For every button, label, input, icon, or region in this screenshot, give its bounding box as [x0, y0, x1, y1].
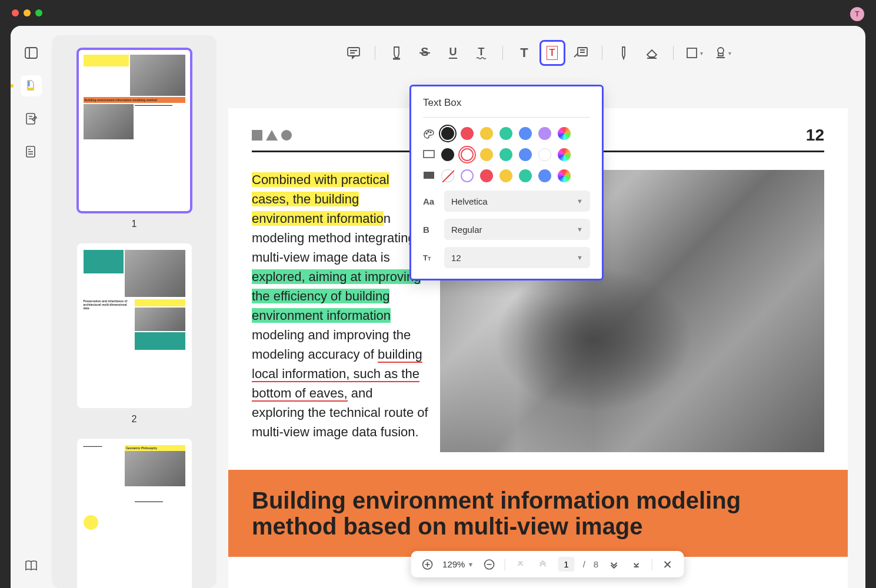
annotation-toolbar: S U T T T ▾ ▾ — [222, 35, 854, 71]
font-family-select[interactable]: Helvetica▼ — [444, 191, 590, 212]
svg-rect-31 — [424, 151, 434, 158]
toolbar-separator — [602, 46, 602, 60]
color-swatch-red[interactable] — [461, 127, 474, 140]
fill-color-row — [423, 169, 590, 182]
color-swatch-white[interactable] — [538, 148, 551, 161]
svg-point-28 — [426, 133, 427, 134]
page-separator: / — [583, 559, 585, 569]
page-number-input[interactable]: 1 — [558, 557, 574, 572]
eraser-tool-button[interactable] — [639, 40, 665, 66]
color-swatch-blue[interactable] — [519, 127, 532, 140]
svg-point-30 — [430, 132, 431, 133]
comment-tool-button[interactable] — [341, 40, 367, 66]
thumbnail-page-2[interactable]: Preservation and inheritance of architec… — [77, 243, 192, 408]
color-swatch-blue[interactable] — [519, 148, 532, 161]
svg-text:S: S — [421, 46, 428, 58]
font-weight-row: B Regular▼ — [423, 219, 590, 240]
bottombar-separator — [504, 559, 505, 570]
popup-divider — [423, 117, 590, 118]
body-text[interactable]: Combined with practical cases, the build… — [252, 170, 428, 452]
traffic-lights — [12, 9, 42, 16]
border-color-row — [423, 148, 590, 161]
color-swatch-custom[interactable] — [558, 127, 571, 140]
highlight-tool-icon[interactable] — [21, 75, 42, 96]
color-swatch-teal[interactable] — [499, 148, 512, 161]
pen-tool-button[interactable] — [611, 40, 637, 66]
font-weight-select[interactable]: Regular▼ — [444, 219, 590, 240]
color-swatch-teal[interactable] — [499, 127, 512, 140]
svg-text:T: T — [478, 46, 484, 58]
svg-text:U: U — [449, 46, 457, 58]
color-swatch-yellow[interactable] — [480, 127, 493, 140]
color-swatch-purple[interactable] — [538, 127, 551, 140]
color-swatch-none[interactable] — [441, 169, 454, 182]
squiggly-underline-button[interactable]: T — [468, 40, 494, 66]
color-swatch-custom[interactable] — [558, 169, 571, 182]
page-number: 12 — [806, 126, 824, 145]
underline-button[interactable]: U — [440, 40, 466, 66]
callout-tool-button[interactable] — [568, 40, 594, 66]
last-page-button[interactable] — [629, 557, 643, 572]
title-banner: Building environment information modelin… — [228, 470, 848, 557]
highlighted-text: explored, aiming at improving the effici… — [252, 269, 421, 323]
size-icon: TT — [423, 253, 436, 262]
bottombar-separator — [651, 559, 652, 570]
first-page-button[interactable] — [513, 557, 527, 572]
minimize-window-button[interactable] — [24, 9, 31, 16]
color-swatch-yellow[interactable] — [480, 148, 493, 161]
fill-icon — [423, 171, 435, 181]
popup-title: Text Box — [423, 97, 590, 109]
border-icon — [423, 150, 435, 159]
font-size-select[interactable]: 12▼ — [444, 247, 590, 268]
textbox-options-popup: Text Box — [409, 85, 604, 280]
color-swatch-black[interactable] — [441, 127, 454, 140]
thumbnail-number: 2 — [69, 414, 199, 425]
toolbar-separator — [673, 46, 674, 60]
shape-tool-button[interactable]: ▾ — [682, 40, 708, 66]
highlight-marker-button[interactable] — [384, 40, 409, 66]
zoom-in-button[interactable] — [420, 557, 434, 572]
maximize-window-button[interactable] — [35, 9, 42, 16]
color-swatch-black[interactable] — [441, 148, 454, 161]
color-swatch-red[interactable] — [461, 148, 474, 161]
outline-tool-icon[interactable] — [21, 141, 42, 162]
svg-rect-0 — [25, 48, 37, 58]
color-swatch-custom[interactable] — [558, 148, 571, 161]
svg-point-29 — [428, 131, 429, 132]
app-window: Building environment information modelin… — [11, 26, 865, 588]
strikethrough-button[interactable]: S — [412, 40, 438, 66]
left-rail — [11, 26, 52, 588]
zoom-navigation-bar: 129%▼ 1 / 8 — [411, 551, 684, 577]
color-swatch-teal[interactable] — [519, 169, 532, 182]
zoom-level-select[interactable]: 129%▼ — [442, 559, 474, 569]
color-swatch-yellow[interactable] — [499, 169, 512, 182]
notes-tool-icon[interactable] — [21, 108, 42, 129]
color-swatch-purple-outline[interactable] — [461, 169, 474, 182]
thumbnail-panel[interactable]: Building environment information modelin… — [52, 35, 216, 588]
sidebar-toggle-icon[interactable] — [21, 42, 42, 64]
header-shapes-icon — [252, 130, 292, 141]
svg-text:T: T — [520, 46, 528, 60]
close-bar-button[interactable] — [660, 557, 674, 572]
thumbnail-item[interactable]: ▬▬▬▬▬▬▬▬Geometric Philosophy ▬▬▬▬▬▬▬▬▬▬▬… — [69, 439, 199, 588]
thumbnail-page-1[interactable]: Building environment information modelin… — [77, 48, 192, 213]
stamp-tool-button[interactable]: ▾ — [710, 40, 736, 66]
color-swatch-red[interactable] — [480, 169, 493, 182]
thumbnail-item[interactable]: Building environment information modelin… — [69, 48, 199, 229]
svg-rect-2 — [28, 88, 34, 90]
textbox-tool-button[interactable]: T — [539, 40, 565, 66]
prev-page-button[interactable] — [535, 557, 549, 572]
close-window-button[interactable] — [12, 9, 19, 16]
article-title: Building environment information modelin… — [252, 487, 824, 539]
font-size-row: TT 12▼ — [423, 247, 590, 268]
thumbnail-page-3[interactable]: ▬▬▬▬▬▬▬▬Geometric Philosophy ▬▬▬▬▬▬▬▬▬▬▬… — [77, 439, 192, 588]
text-tool-button[interactable]: T — [511, 40, 537, 66]
color-swatch-blue[interactable] — [538, 169, 551, 182]
font-family-row: Aa Helvetica▼ — [423, 191, 590, 212]
thumbnail-item[interactable]: Preservation and inheritance of architec… — [69, 243, 199, 425]
next-page-button[interactable] — [607, 557, 621, 572]
total-pages: 8 — [594, 559, 598, 569]
user-avatar[interactable]: T — [850, 7, 864, 21]
reading-mode-icon[interactable] — [21, 555, 42, 576]
zoom-out-button[interactable] — [482, 557, 496, 572]
